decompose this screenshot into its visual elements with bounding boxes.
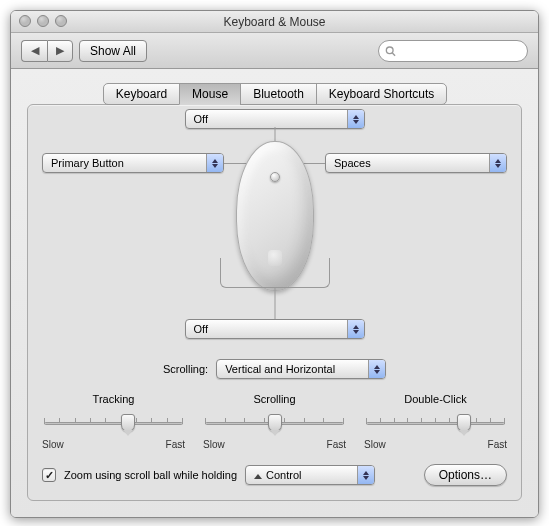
scrolling-label: Scrolling: xyxy=(163,363,208,375)
show-all-button[interactable]: Show All xyxy=(79,40,147,62)
slider-label: Scrolling xyxy=(203,393,346,405)
slider-thumb[interactable] xyxy=(457,414,471,432)
chevron-left-icon: ◀ xyxy=(31,44,39,57)
scrolling-slider[interactable] xyxy=(203,411,346,435)
slider-min-label: Slow xyxy=(364,439,386,450)
slider-label: Tracking xyxy=(42,393,185,405)
slider-thumb[interactable] xyxy=(268,414,282,432)
chevron-updown-icon xyxy=(347,320,364,338)
toolbar: ◀ ▶ Show All xyxy=(11,33,538,69)
slider-max-label: Fast xyxy=(166,439,185,450)
mouse-panel: Off Primary Button Spaces xyxy=(27,104,522,501)
svg-line-1 xyxy=(392,53,395,56)
slider-track xyxy=(366,422,505,425)
svg-point-0 xyxy=(386,46,393,53)
chevron-updown-icon xyxy=(206,154,223,172)
search-input[interactable] xyxy=(399,43,521,59)
popup-value: Off xyxy=(194,323,208,335)
close-icon[interactable] xyxy=(19,15,31,27)
connector-line xyxy=(274,288,275,319)
scrolling-row: Scrolling: Vertical and Horizontal xyxy=(42,359,507,379)
scrollball-action-popup[interactable]: Off xyxy=(185,109,365,129)
modifier-name: Control xyxy=(266,469,301,481)
popup-value: Spaces xyxy=(334,157,371,169)
prefs-window: Keyboard & Mouse ◀ ▶ Show All Keyboard M… xyxy=(10,10,539,518)
doubleclick-slider[interactable] xyxy=(364,411,507,435)
slider-label: Double-Click xyxy=(364,393,507,405)
tab-mouse[interactable]: Mouse xyxy=(179,83,241,105)
zoom-modifier-popup[interactable]: Control xyxy=(245,465,375,485)
modifier-symbol: Control xyxy=(254,469,301,481)
chevron-updown-icon xyxy=(368,360,385,378)
tracking-slider[interactable] xyxy=(42,411,185,435)
tab-keyboard[interactable]: Keyboard xyxy=(103,83,180,105)
options-button[interactable]: Options… xyxy=(424,464,507,486)
side-button-popup[interactable]: Off xyxy=(185,319,365,339)
right-button-popup[interactable]: Spaces xyxy=(325,153,507,173)
connector-line xyxy=(220,258,330,288)
minimize-icon[interactable] xyxy=(37,15,49,27)
search-field[interactable] xyxy=(378,40,528,62)
back-button[interactable]: ◀ xyxy=(21,40,47,62)
chevron-updown-icon xyxy=(489,154,506,172)
forward-button[interactable]: ▶ xyxy=(47,40,73,62)
scrollball-illustration xyxy=(270,172,280,182)
sliders-row: Tracking Slow Fast Scrolling xyxy=(42,393,507,450)
chevron-right-icon: ▶ xyxy=(56,44,64,57)
slider-min-label: Slow xyxy=(203,439,225,450)
mouse-diagram: Off Primary Button Spaces xyxy=(42,123,507,353)
tab-bar: Keyboard Mouse Bluetooth Keyboard Shortc… xyxy=(27,83,522,105)
popup-value: Vertical and Horizontal xyxy=(225,363,335,375)
zoom-row: Zoom using scroll ball while holding Con… xyxy=(42,464,507,486)
slider-thumb[interactable] xyxy=(121,414,135,432)
nav-group: ◀ ▶ xyxy=(21,40,73,62)
doubleclick-slider-group: Double-Click Slow Fast xyxy=(364,393,507,450)
tab-keyboard-shortcuts[interactable]: Keyboard Shortcuts xyxy=(316,83,447,105)
scrolling-slider-group: Scrolling Slow Fast xyxy=(203,393,346,450)
control-key-icon xyxy=(254,474,262,479)
slider-max-label: Fast xyxy=(488,439,507,450)
tab-bluetooth[interactable]: Bluetooth xyxy=(240,83,317,105)
zoom-icon[interactable] xyxy=(55,15,67,27)
popup-value: Off xyxy=(194,113,208,125)
zoom-checkbox[interactable] xyxy=(42,468,56,482)
zoom-label: Zoom using scroll ball while holding xyxy=(64,469,237,481)
window-controls xyxy=(19,15,67,27)
slider-max-label: Fast xyxy=(327,439,346,450)
slider-track xyxy=(44,422,183,425)
popup-value: Primary Button xyxy=(51,157,124,169)
scrolling-mode-popup[interactable]: Vertical and Horizontal xyxy=(216,359,386,379)
window-title: Keyboard & Mouse xyxy=(223,15,325,29)
titlebar: Keyboard & Mouse xyxy=(11,11,538,33)
left-button-popup[interactable]: Primary Button xyxy=(42,153,224,173)
content-area: Keyboard Mouse Bluetooth Keyboard Shortc… xyxy=(11,69,538,517)
connector-line xyxy=(274,127,275,141)
slider-min-label: Slow xyxy=(42,439,64,450)
tracking-slider-group: Tracking Slow Fast xyxy=(42,393,185,450)
chevron-updown-icon xyxy=(357,466,374,484)
chevron-updown-icon xyxy=(347,110,364,128)
search-icon xyxy=(385,45,396,57)
